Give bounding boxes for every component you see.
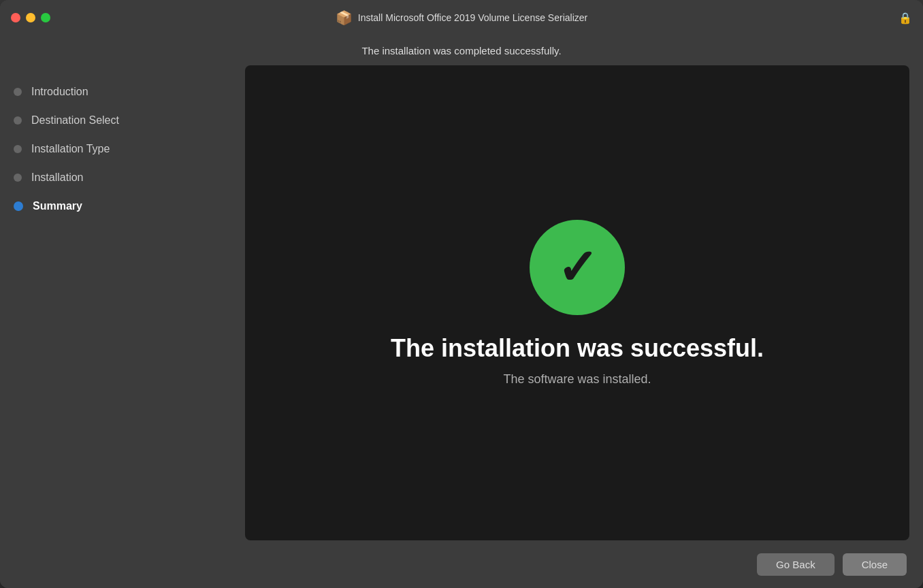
titlebar-center: 📦 Install Microsoft Office 2019 Volume L… xyxy=(336,10,587,26)
sidebar-item-summary: Summary xyxy=(0,193,245,219)
success-icon: ✓ xyxy=(530,220,625,315)
bottom-bar: Go Back Close xyxy=(0,540,923,588)
window-title: Install Microsoft Office 2019 Volume Lic… xyxy=(358,12,587,23)
top-notification: The installation was completed successfu… xyxy=(0,35,923,65)
titlebar: 📦 Install Microsoft Office 2019 Volume L… xyxy=(0,0,923,35)
maximize-traffic-light[interactable] xyxy=(41,13,50,22)
sidebar-item-introduction: Introduction xyxy=(0,79,245,105)
close-traffic-light[interactable] xyxy=(11,13,20,22)
minimize-traffic-light[interactable] xyxy=(26,13,35,22)
sidebar-label-installation: Installation xyxy=(31,172,84,184)
sidebar-label-introduction: Introduction xyxy=(31,86,88,98)
sidebar-bullet-introduction xyxy=(14,88,22,96)
lock-icon: 🔒 xyxy=(898,12,912,24)
sidebar-label-destination-select: Destination Select xyxy=(31,114,119,127)
main-content: Introduction Destination Select Installa… xyxy=(0,65,923,540)
sidebar-label-summary: Summary xyxy=(33,200,82,212)
sidebar: Introduction Destination Select Installa… xyxy=(0,65,245,540)
sidebar-item-installation: Installation xyxy=(0,165,245,191)
installer-window: 📦 Install Microsoft Office 2019 Volume L… xyxy=(0,0,923,588)
success-title: The installation was successful. xyxy=(391,334,764,363)
sidebar-bullet-installation-type xyxy=(14,145,22,153)
sidebar-item-destination-select: Destination Select xyxy=(0,108,245,133)
sidebar-bullet-destination-select xyxy=(14,116,22,125)
sidebar-item-installation-type: Installation Type xyxy=(0,136,245,162)
success-subtitle: The software was installed. xyxy=(503,372,651,387)
sidebar-label-installation-type: Installation Type xyxy=(31,143,110,155)
close-button[interactable]: Close xyxy=(843,553,907,576)
sidebar-bullet-installation xyxy=(14,174,22,182)
content-panel: ✓ The installation was successful. The s… xyxy=(245,65,909,540)
go-back-button[interactable]: Go Back xyxy=(757,553,835,576)
notification-text: The installation was completed successfu… xyxy=(361,45,561,56)
title-app-icon: 📦 xyxy=(336,10,353,26)
traffic-lights xyxy=(11,13,50,22)
sidebar-bullet-summary xyxy=(14,201,23,211)
checkmark-icon: ✓ xyxy=(557,243,598,292)
